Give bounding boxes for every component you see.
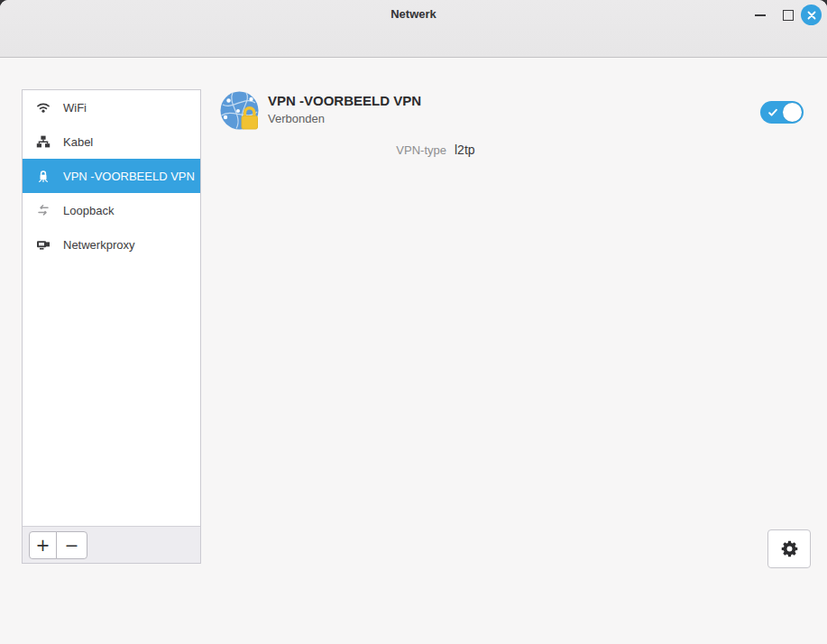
network-sidebar: WiFi Kabel: [22, 89, 201, 564]
gear-icon: [780, 539, 799, 558]
wired-network-icon: [36, 134, 51, 149]
maximize-button[interactable]: [776, 5, 800, 26]
sidebar-item-kabel[interactable]: Kabel: [23, 124, 200, 159]
minimize-button[interactable]: [749, 7, 772, 23]
sidebar-item-label: Loopback: [63, 204, 114, 217]
toggle-knob: [783, 103, 802, 122]
sidebar-item-netwerkproxy[interactable]: Netwerkproxy: [23, 227, 200, 262]
network-proxy-icon: [36, 237, 51, 252]
minimize-icon: [755, 14, 766, 16]
sidebar-item-label: WiFi: [63, 101, 87, 115]
connection-name: VPN -VOORBEELD VPN: [268, 93, 421, 108]
wifi-icon: [36, 100, 51, 115]
close-button[interactable]: [801, 5, 822, 25]
vpn-type-label: VPN-type: [219, 143, 446, 157]
add-connection-button[interactable]: +: [29, 531, 57, 559]
plus-icon: +: [36, 537, 51, 554]
minus-icon: −: [65, 537, 79, 554]
sidebar-list: WiFi Kabel: [23, 90, 200, 526]
window-title: Netwerk: [0, 7, 827, 21]
sidebar-item-label: Netwerkproxy: [63, 238, 134, 252]
vpn-lock-icon: [36, 169, 51, 183]
vpn-type-row: VPN-type l2tp: [219, 143, 724, 157]
vpn-type-value: l2tp: [455, 143, 475, 157]
connection-settings-button[interactable]: [767, 529, 811, 568]
vpn-enable-toggle[interactable]: [760, 101, 804, 124]
remove-connection-button[interactable]: −: [56, 531, 87, 559]
close-icon: [806, 10, 817, 21]
loopback-arrows-icon: [36, 203, 51, 217]
network-settings-window: Netwerk WiFi: [0, 0, 827, 644]
sidebar-toolbar: + −: [23, 526, 200, 563]
maximize-icon: [783, 10, 794, 21]
connection-status: Verbonden: [268, 112, 421, 125]
sidebar-item-wifi[interactable]: WiFi: [23, 90, 200, 124]
sidebar-item-vpn[interactable]: VPN -VOORBEELD VPN: [23, 159, 200, 193]
check-icon: [768, 108, 777, 117]
sidebar-item-loopback[interactable]: Loopback: [23, 193, 200, 227]
sidebar-item-label: VPN -VOORBEELD VPN: [63, 170, 195, 183]
sidebar-item-label: Kabel: [63, 135, 93, 149]
connection-header: VPN -VOORBEELD VPN Verbonden: [268, 93, 421, 125]
titlebar: Netwerk: [0, 0, 827, 58]
vpn-globe-lock-icon: [219, 90, 262, 133]
